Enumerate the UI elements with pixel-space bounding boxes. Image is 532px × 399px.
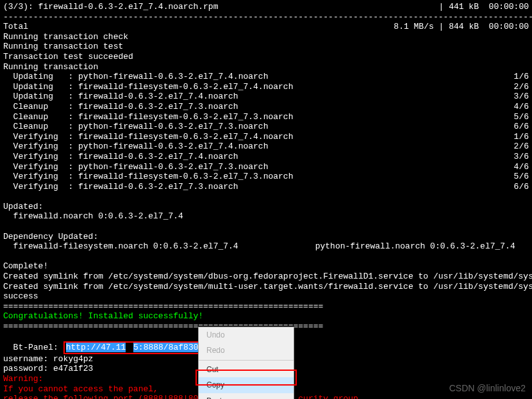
total-label: Total bbox=[3, 22, 28, 32]
depupdated-pkg2: python-firewall.noarch 0:0.6.3-2.el7_7.4 bbox=[315, 241, 515, 252]
transaction-text: Updating : python-firewall-0.6.3-2.el7_7… bbox=[3, 72, 268, 82]
transaction-row: Verifying : python-firewall-0.6.3-2.el7_… bbox=[3, 142, 529, 152]
transaction-text: Updating : firewalld-0.6.3-2.el7_7.4.noa… bbox=[3, 92, 238, 102]
transaction-progress: 3/6 bbox=[514, 92, 529, 102]
transaction-row: Verifying : firewalld-filesystem-0.6.3-2… bbox=[3, 172, 529, 182]
transaction-text: Verifying : firewalld-filesystem-0.6.3-2… bbox=[3, 172, 293, 182]
transaction-progress: 1/6 bbox=[514, 132, 529, 142]
blank-line bbox=[3, 191, 529, 202]
transaction-row: Updating : firewalld-0.6.3-2.el7_7.4.noa… bbox=[3, 92, 529, 102]
transaction-row: Updating : firewalld-filesystem-0.6.3-2.… bbox=[3, 82, 529, 92]
blank-line bbox=[3, 252, 529, 262]
depupdated-pkgs: firewalld-filesystem.noarch 0:0.6.3-2.el… bbox=[3, 241, 529, 252]
success: success bbox=[3, 291, 529, 302]
transaction-row: Verifying : python-firewall-0.6.3-2.el7_… bbox=[3, 162, 529, 172]
dashline: ----------------------------------------… bbox=[3, 12, 529, 22]
transaction-text: Verifying : python-firewall-0.6.3-2.el7_… bbox=[3, 162, 268, 172]
complete: Complete! bbox=[3, 261, 529, 272]
menu-copy[interactable]: Copy bbox=[199, 377, 294, 393]
transaction-progress: 5/6 bbox=[514, 112, 529, 122]
transaction-progress: 4/6 bbox=[514, 102, 529, 112]
transaction-items: Updating : python-firewall-0.6.3-2.el7_7… bbox=[3, 72, 529, 191]
symlink1: Created symlink from /etc/systemd/system… bbox=[3, 272, 529, 282]
total-line: Total 8.1 MB/s | 844 kB 00:00:00 bbox=[3, 22, 529, 32]
transaction-text: Updating : firewalld-filesystem-0.6.3-2.… bbox=[3, 82, 293, 92]
transaction-text: Verifying : firewalld-0.6.3-2.el7_7.4.no… bbox=[3, 152, 238, 162]
transaction-text: Cleanup : firewalld-filesystem-0.6.3-2.e… bbox=[3, 112, 293, 122]
url-redacted: 5 bbox=[126, 343, 133, 352]
url-selected[interactable]: http://47.1155:8888/8af83084 bbox=[66, 343, 208, 352]
symlink2: Created symlink from /etc/systemd/system… bbox=[3, 282, 529, 292]
menu-redo[interactable]: Redo bbox=[199, 343, 294, 358]
transaction-row: Cleanup : firewalld-0.6.3-2.el7_7.3.noar… bbox=[3, 102, 529, 112]
running-check: Running transaction check bbox=[3, 32, 529, 42]
download-line: (3/3): firewalld-0.6.3-2.el7_7.4.noarch.… bbox=[3, 2, 529, 12]
congrats: Congratulations! Installed successfully! bbox=[3, 311, 529, 322]
transaction-text: Cleanup : firewalld-0.6.3-2.el7_7.3.noar… bbox=[3, 102, 238, 112]
transaction-progress: 5/6 bbox=[514, 172, 529, 182]
depupdated-pkg1: firewalld-filesystem.noarch 0:0.6.3-2.el… bbox=[3, 241, 238, 252]
context-menu: Undo Redo Cut Copy Paste Paste and match… bbox=[198, 327, 294, 399]
bt-panel-label: Bt-Panel: bbox=[13, 343, 63, 352]
transaction-row: Verifying : firewalld-0.6.3-2.el7_7.4.no… bbox=[3, 152, 529, 162]
total-speed: 8.1 MB/s | 844 kB 00:00:00 bbox=[394, 22, 529, 32]
menu-paste[interactable]: Paste bbox=[199, 393, 294, 399]
running-test: Running transaction test bbox=[3, 42, 529, 52]
transaction-text: Verifying : firewalld-0.6.3-2.el7_7.3.no… bbox=[3, 182, 238, 192]
transaction-row: Verifying : firewalld-filesystem-0.6.3-2… bbox=[3, 132, 529, 142]
transaction-text: Cleanup : python-firewall-0.6.3-2.el7_7.… bbox=[3, 122, 268, 132]
updated-pkg: firewalld.noarch 0:0.6.3-2.el7_7.4 bbox=[3, 211, 529, 222]
updated-header: Updated: bbox=[3, 202, 529, 212]
menu-undo[interactable]: Undo bbox=[199, 327, 294, 343]
running-transaction: Running transaction bbox=[3, 62, 529, 72]
download-size: | 441 kB 00:00:00 bbox=[439, 2, 529, 12]
transaction-row: Cleanup : python-firewall-0.6.3-2.el7_7.… bbox=[3, 122, 529, 132]
transaction-progress: 2/6 bbox=[514, 142, 529, 152]
transaction-progress: 6/6 bbox=[514, 122, 529, 132]
transaction-text: Verifying : python-firewall-0.6.3-2.el7_… bbox=[3, 142, 268, 152]
download-name: (3/3): firewalld-0.6.3-2.el7_7.4.noarch.… bbox=[3, 2, 218, 12]
transaction-progress: 1/6 bbox=[514, 72, 529, 82]
transaction-row: Updating : python-firewall-0.6.3-2.el7_7… bbox=[3, 72, 529, 82]
depupdated-header: Dependency Updated: bbox=[3, 232, 529, 242]
transaction-progress: 4/6 bbox=[514, 162, 529, 172]
transaction-progress: 3/6 bbox=[514, 152, 529, 162]
transaction-progress: 2/6 bbox=[514, 82, 529, 92]
blank-line bbox=[3, 222, 529, 232]
transaction-progress: 6/6 bbox=[514, 182, 529, 192]
url-highlight-box: http://47.1155:8888/8af83084 bbox=[63, 341, 211, 354]
menu-separator bbox=[199, 360, 294, 361]
separator-1: ========================================… bbox=[3, 302, 324, 312]
transaction-row: Verifying : firewalld-0.6.3-2.el7_7.3.no… bbox=[3, 182, 529, 192]
transaction-row: Cleanup : firewalld-filesystem-0.6.3-2.e… bbox=[3, 112, 529, 122]
menu-cut[interactable]: Cut bbox=[199, 362, 294, 377]
transaction-text: Verifying : firewalld-filesystem-0.6.3-2… bbox=[3, 132, 293, 142]
test-succeeded: Transaction test succeeded bbox=[3, 52, 529, 62]
watermark: CSDN @linlinlove2 bbox=[449, 383, 526, 394]
